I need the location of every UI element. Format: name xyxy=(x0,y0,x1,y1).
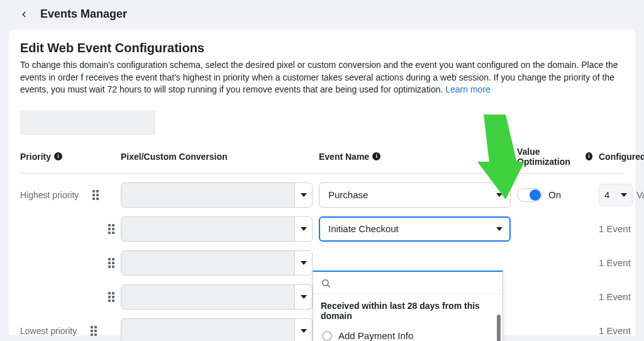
chevron-down-icon xyxy=(301,193,307,197)
panel-description: To change this domain's configuration sc… xyxy=(20,59,624,96)
configured-count: 1 Event xyxy=(599,257,644,268)
drag-handle-icon[interactable] xyxy=(91,326,97,336)
info-icon[interactable]: i xyxy=(586,152,592,160)
event-name-select[interactable]: Initiate Checkout xyxy=(319,216,511,242)
table-row: Initiate Checkout 1 Event xyxy=(20,216,624,242)
drag-handle-icon[interactable] xyxy=(108,258,114,268)
event-dropdown: Received within last 28 days from this d… xyxy=(313,271,503,341)
pixel-select[interactable] xyxy=(121,250,313,276)
dropdown-option[interactable]: Add Payment Info xyxy=(313,326,502,341)
drag-handle-icon[interactable] xyxy=(108,292,114,302)
dropdown-search xyxy=(313,272,502,294)
configured-count: 1 Event xyxy=(599,223,644,234)
learn-more-link[interactable]: Learn more xyxy=(445,84,491,94)
pixel-select[interactable] xyxy=(121,284,313,310)
scrollbar[interactable] xyxy=(497,315,501,341)
priority-highest: Highest priority xyxy=(20,190,79,200)
chevron-down-icon xyxy=(301,261,307,265)
chevron-down-icon xyxy=(301,295,307,299)
table-row: Highest priority Purchase On 4 Va xyxy=(20,182,624,208)
panel-heading: Edit Web Event Configurations xyxy=(20,41,624,55)
radio-icon xyxy=(322,331,332,341)
col-priority: Priorityi xyxy=(20,152,114,162)
chevron-down-icon xyxy=(301,227,307,231)
configured-count-select[interactable]: 4 xyxy=(599,184,633,206)
table-header: Priorityi Pixel/Custom Conversion Event … xyxy=(20,147,624,174)
back-button[interactable] xyxy=(18,8,30,21)
chevron-down-icon xyxy=(496,227,502,231)
priority-lowest: Lowest priority xyxy=(20,326,77,336)
col-valueopt: Value Optimizationi xyxy=(517,147,592,167)
pixel-select[interactable] xyxy=(121,216,313,242)
chevron-down-icon xyxy=(301,329,307,333)
pixel-select[interactable] xyxy=(121,182,313,208)
event-name-select[interactable]: Purchase xyxy=(319,182,511,208)
svg-line-1 xyxy=(328,285,330,287)
dropdown-search-input[interactable] xyxy=(336,277,495,289)
configured-count: 1 Event xyxy=(599,291,644,302)
chevron-down-icon xyxy=(496,193,502,197)
pixel-select[interactable] xyxy=(121,318,313,341)
drag-handle-icon[interactable] xyxy=(92,190,99,200)
chevron-down-icon xyxy=(621,193,627,197)
configured-count: 1 Event xyxy=(599,325,644,336)
col-configured: Configured xyxy=(599,152,644,162)
value-opt-toggle[interactable] xyxy=(517,188,542,202)
search-icon xyxy=(321,278,331,288)
domain-display xyxy=(20,110,155,135)
page-title: Events Manager xyxy=(40,8,127,21)
info-icon[interactable]: i xyxy=(54,152,62,160)
col-pixel: Pixel/Custom Conversion xyxy=(121,152,313,162)
value-opt-cell: On xyxy=(517,188,592,202)
col-event: Event Namei xyxy=(319,152,511,162)
app-header: Events Manager xyxy=(0,0,644,30)
info-icon[interactable]: i xyxy=(372,152,380,160)
dropdown-group-title: Received within last 28 days from this d… xyxy=(313,294,502,326)
chevron-left-icon xyxy=(19,10,28,19)
edit-panel: Edit Web Event Configurations To change … xyxy=(9,30,635,335)
drag-handle-icon[interactable] xyxy=(108,224,114,234)
